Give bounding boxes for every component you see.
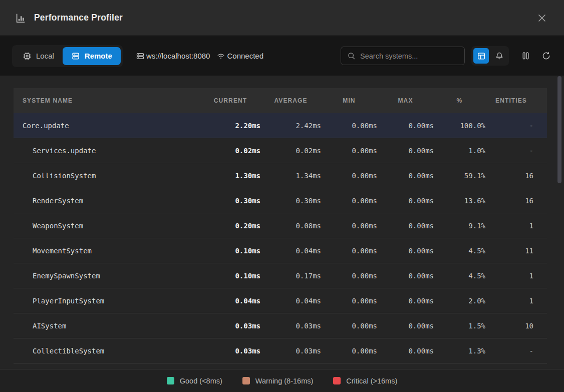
legend-bar: Good (<8ms) Warning (8-16ms) Critical (>… [0, 369, 564, 392]
connection-status: Connected [216, 52, 263, 61]
legend-swatch [242, 377, 250, 384]
table-row[interactable]: MovementSystem 0.10ms 0.04ms 0.00ms 0.00… [14, 238, 547, 263]
refresh-icon [541, 51, 551, 61]
remote-mode-label: Remote [85, 52, 112, 60]
title-bar: Performance Profiler [0, 0, 564, 36]
max-ms-cell: 0.00ms [377, 347, 434, 355]
table-row[interactable]: WeaponSystem 0.20ms 0.08ms 0.00ms 0.00ms… [14, 213, 547, 238]
max-ms-cell: 0.00ms [377, 147, 434, 155]
system-name-cell: AISystem [14, 322, 200, 330]
current-ms-cell: 0.20ms [200, 222, 260, 230]
table-header: SYSTEM NAME CURRENT AVERAGE MIN MAX % EN… [14, 88, 547, 113]
system-name-cell: PlayerInputSystem [14, 297, 200, 305]
table-body: Core.update 2.20ms 2.42ms 0.00ms 0.00ms … [14, 113, 547, 363]
bar-chart-icon [15, 13, 26, 24]
min-ms-cell: 0.00ms [321, 197, 377, 205]
current-ms-cell: 0.10ms [200, 247, 260, 255]
entities-cell: - [485, 347, 547, 355]
table-view-button[interactable] [473, 48, 489, 64]
remote-mode-button[interactable]: Remote [63, 47, 121, 65]
percent-cell: 100.0% [434, 122, 485, 130]
server-icon [71, 52, 80, 61]
current-ms-cell: 0.10ms [200, 272, 260, 280]
max-ms-cell: 0.00ms [377, 197, 434, 205]
entities-cell: - [485, 147, 547, 155]
system-name-cell: Core.update [14, 122, 200, 130]
percent-cell: 1.5% [434, 322, 485, 330]
percent-cell: 1.3% [434, 347, 485, 355]
legend-label: Good (<8ms) [180, 377, 222, 385]
system-name-cell: RenderSystem [14, 197, 200, 205]
column-header-max: MAX [377, 97, 434, 104]
min-ms-cell: 0.00ms [321, 347, 377, 355]
legend-label: Warning (8-16ms) [255, 377, 314, 385]
entities-cell: 1 [485, 272, 547, 280]
page-title: Performance Profiler [34, 13, 123, 23]
close-button[interactable] [535, 11, 549, 25]
legend-item: Good (<8ms) [167, 377, 222, 385]
current-ms-cell: 0.02ms [200, 147, 260, 155]
system-name-cell: CollectibleSystem [14, 347, 200, 355]
column-header-min: MIN [321, 97, 377, 104]
toolbar: Local Remote ws://localhost:8080 [0, 36, 564, 76]
wifi-icon [216, 52, 225, 61]
pause-button[interactable] [520, 50, 531, 62]
search-icon [347, 52, 356, 60]
view-toggle-group [471, 46, 509, 66]
legend-item: Warning (8-16ms) [242, 377, 314, 385]
percent-cell: 4.5% [434, 247, 485, 255]
table-row[interactable]: EnemySpawnSystem 0.10ms 0.17ms 0.00ms 0.… [14, 263, 547, 288]
min-ms-cell: 0.00ms [321, 222, 377, 230]
system-name-cell: WeaponSystem [14, 222, 200, 230]
min-ms-cell: 0.00ms [321, 247, 377, 255]
average-ms-cell: 0.03ms [260, 347, 321, 355]
legend-label: Critical (>16ms) [346, 377, 397, 385]
entities-cell: - [485, 122, 547, 130]
search-input[interactable] [360, 52, 458, 60]
system-name-cell: EnemySpawnSystem [14, 272, 200, 280]
table-row[interactable]: AISystem 0.03ms 0.03ms 0.00ms 0.00ms 1.5… [14, 313, 547, 338]
local-mode-label: Local [36, 52, 54, 60]
min-ms-cell: 0.00ms [321, 172, 377, 180]
alerts-button[interactable] [491, 48, 507, 64]
vertical-scrollbar-thumb[interactable] [557, 76, 561, 183]
table-row[interactable]: PlayerInputSystem 0.04ms 0.04ms 0.00ms 0… [14, 288, 547, 313]
system-name-cell: Services.update [14, 147, 200, 155]
table-row[interactable]: CollisionSystem 1.30ms 1.34ms 0.00ms 0.0… [14, 163, 547, 188]
current-ms-cell: 2.20ms [200, 122, 260, 130]
max-ms-cell: 0.00ms [377, 247, 434, 255]
table-row[interactable]: Core.update 2.20ms 2.42ms 0.00ms 0.00ms … [14, 113, 547, 138]
percent-cell: 2.0% [434, 297, 485, 305]
legend-swatch [167, 377, 174, 384]
average-ms-cell: 0.08ms [260, 222, 321, 230]
entities-cell: 10 [485, 322, 547, 330]
table-row[interactable]: CollectibleSystem 0.03ms 0.03ms 0.00ms 0… [14, 338, 547, 363]
local-mode-button[interactable]: Local [14, 47, 63, 65]
average-ms-cell: 1.34ms [260, 172, 321, 180]
current-ms-cell: 0.03ms [200, 347, 260, 355]
average-ms-cell: 0.03ms [260, 322, 321, 330]
pause-icon [521, 51, 530, 61]
table-row[interactable]: RenderSystem 0.30ms 0.30ms 0.00ms 0.00ms… [14, 188, 547, 213]
percent-cell: 1.0% [434, 147, 485, 155]
table-row[interactable]: Services.update 0.02ms 0.02ms 0.00ms 0.0… [14, 138, 547, 163]
current-ms-cell: 0.04ms [200, 297, 260, 305]
connection-url: ws://localhost:8080 [136, 52, 210, 61]
average-ms-cell: 0.04ms [260, 247, 321, 255]
search-box [341, 47, 465, 65]
entities-cell: 16 [485, 172, 547, 180]
column-header-average: AVERAGE [260, 97, 321, 104]
min-ms-cell: 0.00ms [321, 272, 377, 280]
average-ms-cell: 2.42ms [260, 122, 321, 130]
close-icon [537, 13, 547, 23]
mode-toggle-group: Local Remote [12, 45, 123, 67]
max-ms-cell: 0.00ms [377, 272, 434, 280]
refresh-button[interactable] [540, 50, 552, 62]
system-name-cell: CollisionSystem [14, 172, 200, 180]
percent-cell: 9.1% [434, 222, 485, 230]
connection-status-label: Connected [227, 52, 263, 60]
current-ms-cell: 1.30ms [200, 172, 260, 180]
min-ms-cell: 0.00ms [321, 322, 377, 330]
max-ms-cell: 0.00ms [377, 222, 434, 230]
legend-item: Critical (>16ms) [333, 377, 397, 385]
